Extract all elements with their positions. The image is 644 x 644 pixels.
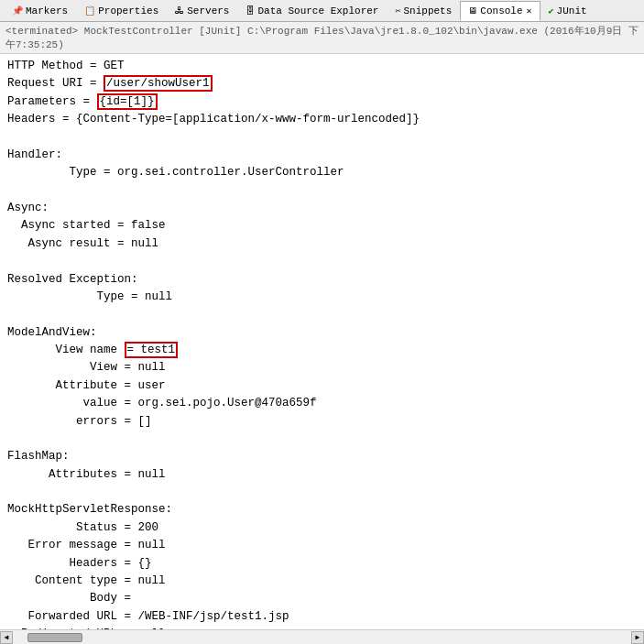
title-bar: <terminated> MockTestController [JUnit] … bbox=[0, 22, 644, 54]
eclipse-window: 📌 Markers 📋 Properties 🖧 Servers 🗄 Data … bbox=[0, 0, 644, 644]
tab-snippets-label: Snippets bbox=[404, 5, 453, 16]
tab-markers-label: Markers bbox=[26, 5, 68, 16]
scroll-thumb[interactable] bbox=[27, 633, 82, 642]
tab-servers-label: Servers bbox=[187, 5, 229, 16]
tab-markers[interactable]: 📌 Markers bbox=[4, 1, 76, 21]
parameters-highlight: {id=[1]} bbox=[97, 93, 158, 110]
console-icon: 🖥 bbox=[468, 5, 477, 16]
request-uri-highlight: /user/showUser1 bbox=[104, 75, 213, 92]
datasource-icon: 🗄 bbox=[246, 5, 255, 16]
console-close-icon[interactable]: ✕ bbox=[527, 5, 532, 16]
servers-icon: 🖧 bbox=[175, 5, 184, 16]
snippets-icon: ✂ bbox=[395, 5, 400, 16]
scroll-track[interactable] bbox=[13, 631, 631, 644]
junit-icon: ✔ bbox=[549, 5, 554, 16]
tab-properties[interactable]: 📋 Properties bbox=[76, 1, 167, 21]
tab-properties-label: Properties bbox=[98, 5, 158, 16]
tab-datasource[interactable]: 🗄 Data Source Explorer bbox=[237, 1, 387, 21]
tab-datasource-label: Data Source Explorer bbox=[257, 5, 378, 16]
scroll-left-button[interactable]: ◀ bbox=[0, 631, 13, 644]
horizontal-scrollbar[interactable]: ◀ ▶ bbox=[0, 629, 644, 644]
tab-junit-label: JUnit bbox=[557, 5, 587, 16]
console-output: HTTP Method = GET Request URI = /user/sh… bbox=[0, 54, 644, 629]
title-text: <terminated> MockTestController [JUnit] … bbox=[5, 26, 639, 50]
tab-snippets[interactable]: ✂ Snippets bbox=[387, 1, 460, 21]
properties-icon: 📋 bbox=[84, 5, 95, 16]
tab-console-label: Console bbox=[480, 5, 522, 16]
scroll-right-button[interactable]: ▶ bbox=[631, 631, 644, 644]
view-name-highlight: = test1 bbox=[125, 342, 179, 358]
line-http-method: HTTP Method = GET Request URI = /user/sh… bbox=[7, 60, 420, 629]
tab-bar: 📌 Markers 📋 Properties 🖧 Servers 🗄 Data … bbox=[0, 0, 644, 22]
tab-console[interactable]: 🖥 Console ✕ bbox=[460, 1, 540, 21]
tab-servers[interactable]: 🖧 Servers bbox=[167, 1, 237, 21]
tab-junit[interactable]: ✔ JUnit bbox=[540, 1, 595, 21]
markers-icon: 📌 bbox=[12, 5, 23, 16]
